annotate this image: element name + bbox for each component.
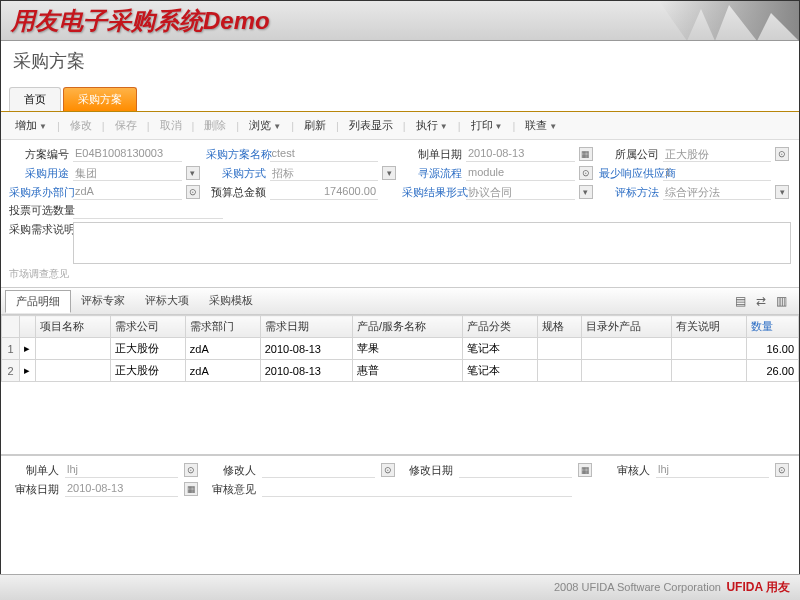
search-icon[interactable]: ⊙ — [775, 147, 789, 161]
dropdown-icon[interactable]: ▾ — [579, 185, 593, 199]
tab-purchase-plan[interactable]: 采购方案 — [63, 87, 137, 111]
auditor-label: 审核人 — [600, 463, 650, 478]
col-external[interactable]: 目录外产品 — [581, 316, 671, 338]
audit-opinion-label: 审核意见 — [206, 482, 256, 497]
page-title: 采购方案 — [1, 41, 799, 81]
use-label[interactable]: 采购用途 — [9, 166, 69, 181]
result-label[interactable]: 采购结果形式 — [402, 185, 462, 200]
dropdown-icon[interactable]: ▾ — [775, 185, 789, 199]
dropdown-icon[interactable]: ▾ — [382, 166, 396, 180]
col-rownum[interactable] — [2, 316, 20, 338]
vote-label: 投票可选数量 — [9, 203, 69, 218]
col-date[interactable]: 需求日期 — [260, 316, 352, 338]
score-label[interactable]: 评标方法 — [599, 185, 659, 200]
create-date-label: 制单日期 — [402, 147, 462, 162]
status-bar: 2008 UFIDA Software Corporation UFIDA 用友 — [0, 574, 800, 600]
dept-label[interactable]: 采购承办部门 — [9, 185, 69, 200]
copyright-text: 2008 UFIDA Software Corporation — [554, 581, 721, 593]
col-spec[interactable]: 规格 — [538, 316, 582, 338]
desc-label: 采购需求说明 — [9, 222, 69, 237]
footer-form: 制单人lhj⊙ 修改人⊙ 修改日期▦ 审核人lhj⊙ 审核日期2010-08-1… — [1, 455, 799, 503]
delete-button[interactable]: 删除 — [198, 116, 232, 135]
audit-date-field[interactable]: 2010-08-13 — [65, 481, 178, 497]
main-tabs: 首页 采购方案 — [1, 87, 799, 112]
table-row[interactable]: 2▸正大股份zdA2010-08-13惠普笔记本26.00 — [2, 360, 799, 382]
app-header: 用友电子采购系统Demo — [1, 1, 799, 41]
use-field[interactable]: 集团 — [73, 165, 182, 181]
calendar-icon[interactable]: ▦ — [579, 147, 593, 161]
market-label: 市场调查意见 — [9, 267, 69, 281]
col-category[interactable]: 产品分类 — [463, 316, 538, 338]
tab-criteria[interactable]: 评标大项 — [135, 290, 199, 312]
col-product[interactable]: 产品/服务名称 — [352, 316, 462, 338]
detail-tabs: 产品明细 评标专家 评标大项 采购模板 ▤ ⇄ ▥ — [1, 287, 799, 315]
desc-textarea[interactable] — [73, 222, 791, 264]
company-field[interactable]: 正大股份 — [663, 146, 772, 162]
brand-logo: UFIDA 用友 — [726, 580, 790, 594]
create-date-field[interactable]: 2010-08-13 — [466, 146, 575, 162]
col-qty[interactable]: 数量 — [747, 316, 799, 338]
search-icon[interactable]: ⊙ — [579, 166, 593, 180]
search-icon[interactable]: ⊙ — [186, 185, 200, 199]
min-supplier-field[interactable]: 1 — [663, 165, 772, 181]
flow-label[interactable]: 寻源流程 — [402, 166, 462, 181]
grid-container: 项目名称 需求公司 需求部门 需求日期 产品/服务名称 产品分类 规格 目录外产… — [1, 315, 799, 455]
main-form: 方案编号E04B1008130003 采购方案名称ctest 制单日期2010-… — [1, 140, 799, 287]
tab-home[interactable]: 首页 — [9, 87, 61, 111]
budget-field[interactable]: 174600.00 — [270, 184, 379, 200]
col-note[interactable]: 有关说明 — [672, 316, 747, 338]
tab-template[interactable]: 采购模板 — [199, 290, 263, 312]
result-field[interactable]: 协议合同 — [466, 184, 575, 200]
exec-button[interactable]: 执行▼ — [410, 116, 454, 135]
method-field[interactable]: 招标 — [270, 165, 379, 181]
auditor-field[interactable]: lhj — [656, 462, 769, 478]
modify-date-field[interactable] — [459, 462, 572, 478]
modify-date-label: 修改日期 — [403, 463, 453, 478]
col-project[interactable]: 项目名称 — [36, 316, 111, 338]
flow-field[interactable]: module — [466, 165, 575, 181]
col-company[interactable]: 需求公司 — [110, 316, 185, 338]
vote-field[interactable] — [73, 203, 223, 219]
grid-tool-3-icon[interactable]: ▥ — [776, 294, 787, 308]
dept-field[interactable]: zdA — [73, 184, 182, 200]
add-button[interactable]: 增加▼ — [9, 116, 53, 135]
score-field[interactable]: 综合评分法 — [663, 184, 772, 200]
company-label: 所属公司 — [599, 147, 659, 162]
grid-tool-1-icon[interactable]: ▤ — [735, 294, 746, 308]
table-row[interactable]: 1▸正大股份zdA2010-08-13苹果笔记本16.00 — [2, 338, 799, 360]
link-button[interactable]: 联查▼ — [519, 116, 563, 135]
method-label[interactable]: 采购方式 — [206, 166, 266, 181]
modifier-label: 修改人 — [206, 463, 256, 478]
tab-experts[interactable]: 评标专家 — [71, 290, 135, 312]
col-expand[interactable] — [20, 316, 36, 338]
audit-date-label: 审核日期 — [9, 482, 59, 497]
listview-button[interactable]: 列表显示 — [343, 116, 399, 135]
edit-button[interactable]: 修改 — [64, 116, 98, 135]
dropdown-icon[interactable]: ▾ — [186, 166, 200, 180]
min-supplier-label[interactable]: 最少响应供应商 — [599, 166, 659, 181]
scheme-no-field[interactable]: E04B1008130003 — [73, 146, 182, 162]
creator-label: 制单人 — [9, 463, 59, 478]
tab-product-detail[interactable]: 产品明细 — [5, 290, 71, 313]
scheme-no-label: 方案编号 — [9, 147, 69, 162]
col-dept[interactable]: 需求部门 — [185, 316, 260, 338]
cancel-button[interactable]: 取消 — [154, 116, 188, 135]
scheme-name-label[interactable]: 采购方案名称 — [206, 147, 266, 162]
grid-tool-2-icon[interactable]: ⇄ — [756, 294, 766, 308]
audit-opinion-field[interactable] — [262, 481, 572, 497]
search-icon[interactable]: ⊙ — [775, 463, 789, 477]
browse-button[interactable]: 浏览▼ — [243, 116, 287, 135]
search-icon[interactable]: ⊙ — [381, 463, 395, 477]
toolbar: 增加▼ | 修改 | 保存 | 取消 | 删除 | 浏览▼ | 刷新 | 列表显… — [1, 112, 799, 140]
scheme-name-field[interactable]: ctest — [270, 146, 379, 162]
creator-field[interactable]: lhj — [65, 462, 178, 478]
save-button[interactable]: 保存 — [109, 116, 143, 135]
product-grid: 项目名称 需求公司 需求部门 需求日期 产品/服务名称 产品分类 规格 目录外产… — [1, 315, 799, 382]
search-icon[interactable]: ⊙ — [184, 463, 198, 477]
refresh-button[interactable]: 刷新 — [298, 116, 332, 135]
calendar-icon[interactable]: ▦ — [578, 463, 592, 477]
print-button[interactable]: 打印▼ — [465, 116, 509, 135]
calendar-icon[interactable]: ▦ — [184, 482, 198, 496]
modifier-field[interactable] — [262, 462, 375, 478]
budget-label: 预算总金额 — [206, 185, 266, 200]
